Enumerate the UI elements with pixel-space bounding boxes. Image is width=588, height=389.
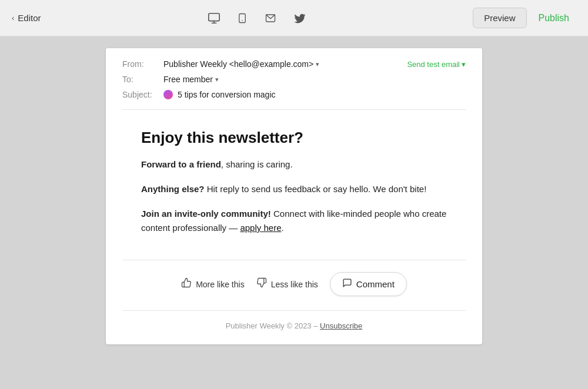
desktop-view-button[interactable] <box>208 12 220 25</box>
para-anything: Anything else? Hit reply to send us feed… <box>141 182 447 196</box>
comment-button[interactable]: Comment <box>330 272 407 296</box>
subject-emoji-icon <box>163 90 173 99</box>
thumbs-down-icon <box>256 277 267 291</box>
para-forward-rest: , sharing is caring. <box>221 159 293 169</box>
to-address: Free member <box>163 75 213 84</box>
para-forward: Forward to a friend, sharing is caring. <box>141 157 447 172</box>
para-join: Join an invite-only community! Connect w… <box>141 207 447 235</box>
svg-rect-3 <box>239 14 246 22</box>
twitter-view-button[interactable] <box>293 12 306 25</box>
twitter-icon <box>293 12 306 25</box>
editor-label: Editor <box>18 13 41 23</box>
action-bar: More like this Less like this Comment <box>106 260 482 310</box>
para-join-end: . <box>281 223 283 233</box>
para-forward-bold: Forward to a friend <box>141 159 221 169</box>
thumbs-up-icon <box>181 277 192 291</box>
to-label: To: <box>122 75 163 84</box>
more-like-this-label: More like this <box>196 280 244 289</box>
back-chevron-icon: ‹ <box>12 14 14 22</box>
from-value[interactable]: Publisher Weekly <hello@example.com> ▾ <box>163 59 319 69</box>
to-field: To: Free member ▾ <box>122 72 466 87</box>
subject-label: Subject: <box>122 90 163 99</box>
para-anything-bold: Anything else? <box>141 184 205 194</box>
send-test-label: Send test email <box>407 60 460 69</box>
svg-rect-0 <box>209 13 219 21</box>
main-area: From: Publisher Weekly <hello@example.co… <box>0 36 588 389</box>
to-value[interactable]: Free member ▾ <box>163 75 219 84</box>
email-footer: Publisher Weekly © 2023 – Unsubscribe <box>106 311 482 344</box>
svg-point-4 <box>242 20 243 21</box>
preview-button[interactable]: Preview <box>473 8 526 28</box>
topbar-right-actions: Preview Publish <box>473 8 576 28</box>
para-join-bold: Join an invite-only community! <box>141 209 271 219</box>
from-address: Publisher Weekly <hello@example.com> <box>163 59 313 69</box>
editor-back-button[interactable]: ‹ Editor <box>12 13 41 23</box>
from-chevron-icon: ▾ <box>316 61 319 68</box>
from-label: From: <box>122 59 163 69</box>
apply-here-link[interactable]: apply here <box>240 223 281 233</box>
email-heading: Enjoy this newsletter? <box>141 129 447 147</box>
send-test-chevron-icon: ▾ <box>462 60 466 69</box>
less-like-this-label: Less like this <box>271 280 318 289</box>
subject-field: Subject: 5 tips for conversion magic <box>122 87 466 102</box>
mobile-view-button[interactable] <box>237 12 248 25</box>
comment-label: Comment <box>356 279 395 289</box>
unsubscribe-link[interactable]: Unsubscribe <box>320 321 362 330</box>
copyright-text: Publisher Weekly © 2023 – <box>226 321 318 330</box>
desktop-icon <box>208 12 220 25</box>
mobile-icon <box>237 12 248 25</box>
email-view-button[interactable] <box>264 13 277 24</box>
send-test-button[interactable]: Send test email ▾ <box>407 60 466 69</box>
from-field: From: Publisher Weekly <hello@example.co… <box>122 56 319 72</box>
email-header: From: Publisher Weekly <hello@example.co… <box>106 48 482 109</box>
email-card: From: Publisher Weekly <hello@example.co… <box>106 48 482 344</box>
topbar: ‹ Editor Preview Publish <box>0 0 588 36</box>
from-row: From: Publisher Weekly <hello@example.co… <box>122 56 466 72</box>
publish-button[interactable]: Publish <box>532 8 576 28</box>
more-like-this-button[interactable]: More like this <box>181 277 244 291</box>
subject-value: 5 tips for conversion magic <box>163 90 276 99</box>
email-icon <box>264 13 277 24</box>
subject-text: 5 tips for conversion magic <box>178 90 276 99</box>
less-like-this-button[interactable]: Less like this <box>256 277 318 291</box>
email-body: Enjoy this newsletter? Forward to a frie… <box>106 110 482 260</box>
to-chevron-icon: ▾ <box>215 76 219 83</box>
para-anything-rest: Hit reply to send us feedback or say hel… <box>205 184 427 194</box>
comment-icon <box>342 278 352 290</box>
topbar-center-icons <box>208 12 306 25</box>
